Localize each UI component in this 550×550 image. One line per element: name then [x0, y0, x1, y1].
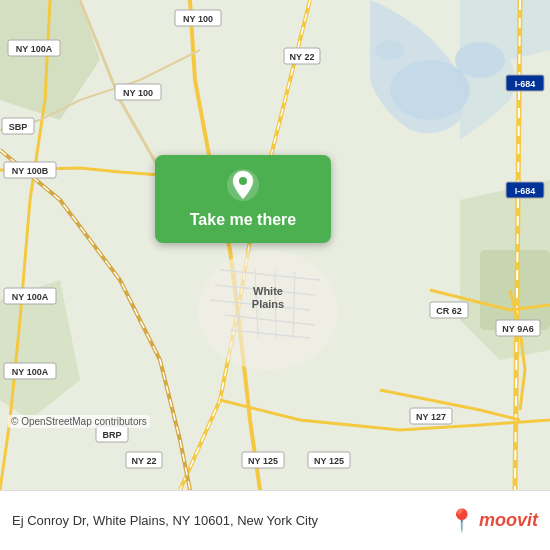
svg-text:NY 125: NY 125: [248, 456, 278, 466]
svg-text:NY 100A: NY 100A: [16, 44, 53, 54]
moovit-logo: 📍 moovit: [448, 508, 538, 534]
location-pin-icon: [225, 167, 261, 203]
svg-text:NY 9A6: NY 9A6: [502, 324, 533, 334]
svg-text:NY 100A: NY 100A: [12, 292, 49, 302]
svg-text:White: White: [253, 285, 283, 297]
svg-point-5: [198, 250, 338, 370]
map-container: NY 100 NY 100A NY 22 NY 100 NY 100B SBP …: [0, 0, 550, 490]
svg-text:Plains: Plains: [252, 298, 284, 310]
moovit-pin-icon: 📍: [448, 508, 475, 534]
take-me-there-button[interactable]: Take me there: [155, 155, 331, 243]
take-me-there-label: Take me there: [190, 211, 296, 229]
svg-text:I-684: I-684: [515, 79, 536, 89]
svg-text:NY 100A: NY 100A: [12, 367, 49, 377]
svg-text:NY 100B: NY 100B: [12, 166, 49, 176]
address-text: Ej Conroy Dr, White Plains, NY 10601, Ne…: [12, 513, 448, 528]
svg-text:SBP: SBP: [9, 122, 28, 132]
svg-point-52: [239, 177, 247, 185]
svg-text:NY 100: NY 100: [123, 88, 153, 98]
svg-text:NY 22: NY 22: [132, 456, 157, 466]
bottom-bar: Ej Conroy Dr, White Plains, NY 10601, Ne…: [0, 490, 550, 550]
svg-text:NY 22: NY 22: [290, 52, 315, 62]
svg-text:NY 100: NY 100: [183, 14, 213, 24]
svg-text:NY 127: NY 127: [416, 412, 446, 422]
svg-text:CR 62: CR 62: [436, 306, 462, 316]
moovit-brand-text: moovit: [479, 510, 538, 531]
svg-text:BRP: BRP: [102, 430, 121, 440]
svg-text:NY 125: NY 125: [314, 456, 344, 466]
osm-credit: © OpenStreetMap contributors: [8, 415, 150, 428]
svg-text:I-684: I-684: [515, 186, 536, 196]
